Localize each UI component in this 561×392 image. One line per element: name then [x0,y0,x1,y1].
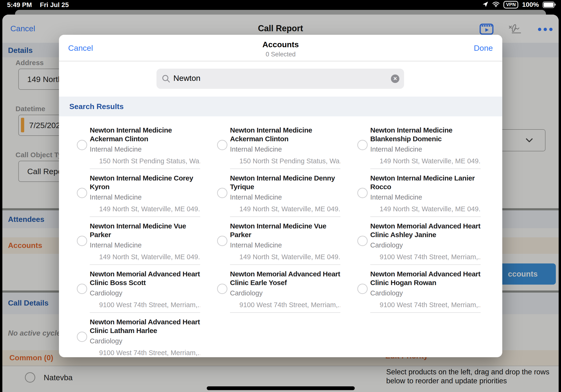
search-area: Newton ✕ [59,61,502,97]
account-address: 9100 West 74th Street, Merriam,... [99,301,200,309]
account-specialty: Internal Medicine [230,193,340,201]
battery-icon [543,2,554,8]
clear-search-icon[interactable]: ✕ [391,75,399,83]
account-specialty: Internal Medicine [230,145,340,153]
modal-header: Cancel Accounts 0 Selected Done [59,35,502,61]
account-radio-button[interactable] [217,188,227,198]
account-radio-button[interactable] [77,284,87,294]
account-specialty: Cardiology [370,241,481,249]
account-address: 150 North St Pending Status, Wa... [239,157,340,165]
account-result[interactable]: Newton Internal Medicine Denny Tyrique I… [217,169,340,217]
account-radio-button[interactable] [77,236,87,246]
modal-title: Accounts [59,40,502,49]
vpn-badge: VPN [503,1,518,9]
account-specialty: Internal Medicine [90,241,200,249]
modal-done-button[interactable]: Done [474,44,493,53]
screen: Cancel Call Report [0,0,561,392]
account-name: Newton Internal Medicine Blankenship Dom… [370,126,481,143]
search-results-label: Search Results [69,102,124,111]
divider [230,312,340,313]
account-name: Newton Internal Medicine Lanier Rocco [370,174,481,191]
account-radio-button[interactable] [77,188,87,198]
account-radio-button[interactable] [77,140,87,150]
account-radio-button[interactable] [357,236,368,246]
account-address: 9100 West 74th Street, Merriam,... [380,253,481,261]
account-specialty: Internal Medicine [370,193,481,201]
account-result[interactable]: Newton Internal Medicine Vue Parker Inte… [77,217,200,265]
account-specialty: Internal Medicine [370,145,481,153]
account-name: Newton Internal Medicine Ackerman Clinto… [90,126,200,143]
account-radio-button[interactable] [357,284,368,294]
date: Fri Jul 25 [40,1,69,9]
clock: 5:49 PM [7,1,32,9]
account-name: Newton Memorial Advanced Heart Clinic Ea… [230,270,340,287]
account-specialty: Internal Medicine [90,193,200,201]
account-result[interactable]: Newton Internal Medicine Lanier Rocco In… [357,169,481,217]
account-name: Newton Memorial Advanced Heart Clinic Bo… [90,270,200,287]
account-name: Newton Memorial Advanced Heart Clinic As… [370,222,481,239]
account-name: Newton Internal Medicine Ackerman Clinto… [230,126,340,143]
account-result[interactable]: Newton Memorial Advanced Heart Clinic La… [77,313,200,357]
search-query-text: Newton [173,74,200,83]
account-name: Newton Internal Medicine Vue Parker [230,222,340,239]
battery-percent: 100% [522,1,539,9]
account-result[interactable]: Newton Memorial Advanced Heart Clinic Ea… [217,265,340,313]
search-results-header: Search Results [59,97,502,116]
account-result[interactable]: Newton Internal Medicine Blankenship Dom… [357,121,481,169]
account-name: Newton Internal Medicine Denny Tyrique [230,174,340,191]
account-specialty: Internal Medicine [90,145,200,153]
account-address: 149 North St, Waterville, ME 049... [380,205,481,213]
account-name: Newton Memorial Advanced Heart Clinic La… [90,317,200,335]
account-specialty: Cardiology [90,337,200,345]
account-result[interactable]: Newton Memorial Advanced Heart Clinic As… [357,217,481,265]
account-specialty: Cardiology [370,289,481,297]
account-result[interactable]: Newton Internal Medicine Vue Parker Inte… [217,217,340,265]
account-name: Newton Internal Medicine Corey Kyron [90,174,200,191]
selected-count: 0 Selected [59,51,502,58]
account-address: 9100 West 74th Street, Merriam,... [99,349,200,357]
account-result[interactable]: Newton Memorial Advanced Heart Clinic Bo… [77,265,200,313]
account-specialty: Cardiology [90,289,200,297]
account-address: 150 North St Pending Status, Wa... [99,157,200,165]
account-address: 149 North St, Waterville, ME 049... [99,253,200,261]
account-specialty: Cardiology [230,289,340,297]
home-indicator[interactable] [207,386,355,390]
accounts-modal: Cancel Accounts 0 Selected Done Newton ✕… [59,35,502,357]
account-specialty: Internal Medicine [230,241,340,249]
account-radio-button[interactable] [357,140,368,150]
divider [370,312,481,313]
account-radio-button[interactable] [217,236,227,246]
account-result[interactable]: Newton Internal Medicine Ackerman Clinto… [217,121,340,169]
status-bar: 5:49 PM Fri Jul 25 VPN 100% [0,0,561,9]
account-address: 149 North St, Waterville, ME 049... [239,253,340,261]
account-address: 149 North St, Waterville, ME 049... [99,205,200,213]
account-address: 149 North St, Waterville, ME 049... [380,157,481,165]
search-icon [162,74,171,84]
wifi-icon [492,1,500,8]
account-address: 149 North St, Waterville, ME 049... [239,205,340,213]
account-radio-button[interactable] [357,188,368,198]
location-arrow-icon [482,1,488,8]
account-radio-button[interactable] [77,332,87,342]
search-results-grid: Newton Internal Medicine Ackerman Clinto… [77,116,500,357]
account-radio-button[interactable] [217,140,227,150]
account-name: Newton Internal Medicine Vue Parker [90,222,200,239]
account-radio-button[interactable] [217,284,227,294]
account-result[interactable]: Newton Internal Medicine Ackerman Clinto… [77,121,200,169]
account-address: 9100 West 74th Street, Merriam,... [239,301,340,309]
account-address: 9100 West 74th Street, Merriam,... [380,301,481,309]
search-input[interactable]: Newton ✕ [156,69,404,89]
account-name: Newton Memorial Advanced Heart Clinic Ho… [370,270,481,287]
account-result[interactable]: Newton Internal Medicine Corey Kyron Int… [77,169,200,217]
account-result[interactable]: Newton Memorial Advanced Heart Clinic Ho… [357,265,481,313]
